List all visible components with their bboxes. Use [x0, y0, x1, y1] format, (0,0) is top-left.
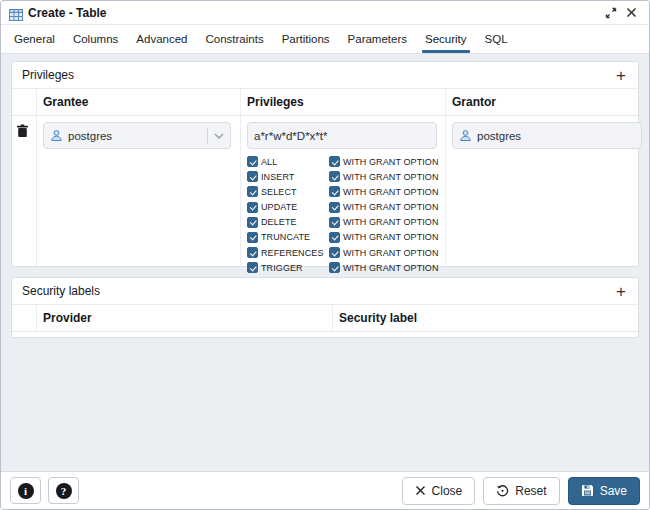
- privilege-string-input[interactable]: [247, 122, 437, 149]
- provider-column-header: Provider: [36, 305, 332, 331]
- save-button[interactable]: Save: [568, 477, 640, 505]
- checkbox-checked-icon[interactable]: [247, 247, 258, 258]
- security-labels-section-header: Security labels +: [12, 278, 638, 305]
- checkbox-checked-icon[interactable]: [247, 262, 258, 273]
- tab-sql[interactable]: SQL: [476, 25, 517, 53]
- close-icon[interactable]: [621, 3, 641, 23]
- save-floppy-icon: [581, 484, 594, 497]
- privilege-row: postgres: [12, 116, 638, 266]
- delete-row-icon[interactable]: [12, 122, 29, 141]
- security-labels-table-header: Provider Security label: [12, 305, 638, 332]
- checkbox-checked-icon[interactable]: [329, 262, 340, 273]
- checkbox-checked-icon[interactable]: [329, 232, 340, 243]
- privileges-section-header: Privileges +: [12, 62, 638, 89]
- grant-option-checkbox-update[interactable]: WITH GRANT OPTION: [329, 202, 439, 213]
- tab-partitions[interactable]: Partitions: [273, 25, 339, 53]
- checkbox-checked-icon[interactable]: [247, 156, 258, 167]
- select-divider: [207, 128, 208, 144]
- tab-security[interactable]: Security: [416, 25, 476, 53]
- expand-icon[interactable]: [601, 3, 621, 23]
- privileges-table: Grantee Privileges Grantor: [12, 89, 638, 266]
- grant-option-checkbox-references[interactable]: WITH GRANT OPTION: [329, 247, 439, 258]
- security-labels-section-title: Security labels: [22, 284, 100, 298]
- close-x-icon: [415, 485, 426, 496]
- chevron-down-icon: [214, 133, 224, 139]
- grant-option-checkbox-select[interactable]: WITH GRANT OPTION: [329, 186, 439, 197]
- checkbox-checked-icon[interactable]: [247, 186, 258, 197]
- privilege-row-references: REFERENCES WITH GRANT OPTION: [247, 247, 439, 258]
- delete-column-header: [12, 89, 36, 115]
- grant-option-checkbox-all[interactable]: WITH GRANT OPTION: [329, 156, 439, 167]
- add-privilege-button[interactable]: +: [614, 67, 628, 84]
- checkbox-checked-icon[interactable]: [329, 186, 340, 197]
- security-labels-table: Provider Security label: [12, 305, 638, 337]
- checkbox-checked-icon[interactable]: [247, 171, 258, 182]
- close-button[interactable]: Close: [402, 477, 476, 505]
- role-icon: [50, 129, 63, 142]
- privilege-checkbox-all[interactable]: ALL: [247, 156, 329, 167]
- privileges-table-header: Grantee Privileges Grantor: [12, 89, 638, 116]
- privilege-checkbox-list: ALL WITH GRANT OPTION INSER: [247, 156, 439, 273]
- checkbox-checked-icon[interactable]: [247, 202, 258, 213]
- grantor-value: postgres: [477, 130, 521, 142]
- delete-column-header: [12, 305, 36, 331]
- dialog-titlebar: Create - Table: [1, 1, 649, 25]
- privilege-row-all: ALL WITH GRANT OPTION: [247, 156, 439, 167]
- grant-option-checkbox-delete[interactable]: WITH GRANT OPTION: [329, 217, 439, 228]
- tab-constraints[interactable]: Constraints: [196, 25, 272, 53]
- privilege-row-trigger: TRIGGER WITH GRANT OPTION: [247, 262, 439, 273]
- checkbox-checked-icon[interactable]: [329, 171, 340, 182]
- checkbox-checked-icon[interactable]: [247, 217, 258, 228]
- table-icon: [9, 7, 23, 19]
- privilege-checkbox-insert[interactable]: INSERT: [247, 171, 329, 182]
- question-icon: ?: [56, 483, 72, 499]
- security-tab-content: Privileges + Grantee Privileges Grantor: [1, 54, 649, 471]
- tab-columns[interactable]: Columns: [64, 25, 127, 53]
- tab-advanced[interactable]: Advanced: [127, 25, 196, 53]
- privilege-checkbox-truncate[interactable]: TRUNCATE: [247, 232, 329, 243]
- grantee-value: postgres: [68, 130, 207, 142]
- privilege-row-truncate: TRUNCATE WITH GRANT OPTION: [247, 232, 439, 243]
- privilege-checkbox-select[interactable]: SELECT: [247, 186, 329, 197]
- privilege-checkbox-references[interactable]: REFERENCES: [247, 247, 329, 258]
- grant-option-checkbox-truncate[interactable]: WITH GRANT OPTION: [329, 232, 439, 243]
- grantee-select[interactable]: postgres: [43, 122, 231, 149]
- checkbox-checked-icon[interactable]: [329, 202, 340, 213]
- add-security-label-button[interactable]: +: [614, 283, 628, 300]
- privilege-row-insert: INSERT WITH GRANT OPTION: [247, 171, 439, 182]
- info-icon: i: [18, 483, 34, 499]
- checkbox-checked-icon[interactable]: [329, 217, 340, 228]
- privileges-column-header: Privileges: [240, 89, 445, 115]
- grantee-column-header: Grantee: [36, 89, 240, 115]
- grant-option-checkbox-trigger[interactable]: WITH GRANT OPTION: [329, 262, 439, 273]
- privilege-row-select: SELECT WITH GRANT OPTION: [247, 186, 439, 197]
- dialog-tabs: General Columns Advanced Constraints Par…: [1, 25, 649, 54]
- privileges-section-title: Privileges: [22, 68, 74, 82]
- privilege-row-delete: DELETE WITH GRANT OPTION: [247, 217, 439, 228]
- privilege-checkbox-delete[interactable]: DELETE: [247, 217, 329, 228]
- security-labels-panel: Security labels + Provider Security labe…: [11, 277, 639, 338]
- sql-help-button[interactable]: i: [10, 477, 41, 504]
- reset-button[interactable]: Reset: [483, 477, 559, 505]
- privilege-checkbox-trigger[interactable]: TRIGGER: [247, 262, 329, 273]
- reset-icon: [496, 484, 509, 497]
- role-icon: [459, 129, 472, 142]
- dialog-help-button[interactable]: ?: [48, 477, 79, 504]
- grant-option-checkbox-insert[interactable]: WITH GRANT OPTION: [329, 171, 439, 182]
- privilege-row-update: UPDATE WITH GRANT OPTION: [247, 202, 439, 213]
- grantor-column-header: Grantor: [445, 89, 638, 115]
- dialog-title: Create - Table: [28, 6, 106, 20]
- dialog-footer: i ? Close Reset: [1, 471, 649, 509]
- tab-general[interactable]: General: [5, 25, 64, 53]
- checkbox-checked-icon[interactable]: [329, 156, 340, 167]
- privileges-panel: Privileges + Grantee Privileges Grantor: [11, 61, 639, 267]
- grantor-field: postgres: [452, 122, 642, 149]
- tab-parameters[interactable]: Parameters: [339, 25, 416, 53]
- checkbox-checked-icon[interactable]: [329, 247, 340, 258]
- checkbox-checked-icon[interactable]: [247, 232, 258, 243]
- privilege-checkbox-update[interactable]: UPDATE: [247, 202, 329, 213]
- security-label-column-header: Security label: [332, 305, 638, 331]
- create-table-dialog: Create - Table General Columns Advanced …: [0, 0, 650, 510]
- security-labels-empty-body: [12, 332, 638, 337]
